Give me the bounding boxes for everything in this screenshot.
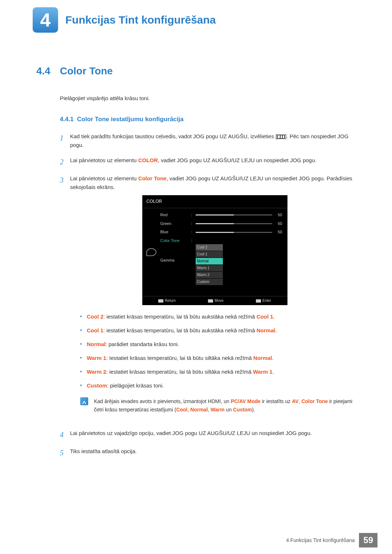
step-4: 4 Lai pārvietotos uz vajadzīgo opciju, v… — [60, 429, 359, 440]
option-cool1: Cool 1: iestatiet krāsas temperatūru, la… — [80, 326, 359, 335]
osd-footer-enter: Enter — [256, 298, 271, 304]
step-text: Kad tiek parādīts funkcijas taustiņu ceļ… — [70, 133, 277, 139]
option-text: : Iestatiet krāsas temperatūru, lai tā b… — [106, 355, 253, 361]
chapter-title: Funkcijas Tint konfigurēšana — [65, 14, 216, 26]
step-3: 3 Lai pārvietotos uz elementu Color Tone… — [60, 174, 359, 422]
osd-menu: COLOR Red : 50 Green : — [142, 195, 287, 305]
page-number: 59 — [359, 533, 377, 547]
option-name: Warm 2 — [87, 369, 106, 375]
osd-row-green: Green : 50 — [160, 221, 282, 227]
palette-icon — [146, 248, 156, 256]
option-text: : iestatiet krāsas temperatūru, lai tā b… — [106, 369, 253, 375]
osd-title: COLOR — [142, 195, 287, 208]
option-name: Warm 1 — [87, 355, 106, 361]
keyword-color-tone: Color Tone — [138, 175, 167, 181]
section-number: 4.4 — [36, 65, 60, 77]
step-number: 1 — [60, 132, 70, 149]
option-normal: Normal: parādiet standarta krāsu toni. — [80, 340, 359, 349]
osd-footer-return: Return — [158, 298, 176, 304]
osd-row-color-tone: Color Tone : — [160, 238, 282, 244]
osd-row-red: Red : 50 — [160, 212, 282, 218]
step-text: Tiks iestatīta atlasītā opcija. — [70, 447, 359, 459]
option-ref: Normal — [257, 327, 275, 333]
keyword-color: COLOR — [138, 157, 158, 163]
page-header: 4 Funkcijas Tint konfigurēšana — [0, 0, 392, 33]
osd-slider — [196, 223, 272, 224]
osd-slider — [196, 232, 272, 233]
footer-chapter-ref: 4 Funkcijas Tint konfigurēšana — [286, 537, 355, 543]
keyword-av: AV — [292, 398, 298, 404]
section-title: Color Tone — [60, 65, 113, 77]
info-note: Kad ārējais ievades avots ir pievienots,… — [80, 397, 359, 414]
option-text: : iestatiet krāsas temperatūru, lai tā b… — [103, 327, 257, 333]
osd-label: Blue — [160, 229, 191, 235]
option-text: : iestatiet krāsas temperatūru, lai tā b… — [103, 313, 257, 320]
option-ref: Warm 1 — [253, 369, 273, 375]
osd-label-selected: Color Tone — [160, 238, 191, 244]
step-text: Lai pārvietotos uz elementu — [70, 175, 138, 181]
osd-option: Cool 2 — [196, 244, 223, 251]
osd-value: 50 — [272, 229, 282, 235]
osd-label: Green — [160, 221, 191, 227]
option-text: : pielāgojiet krāsas toni. — [107, 382, 164, 389]
menu-icon — [277, 135, 285, 139]
osd-footer: Return Move Enter — [142, 296, 287, 304]
subsection-heading: 4.4.1 Color Tone iestatījumu konfigurāci… — [60, 116, 359, 123]
step-2: 2 Lai pārvietotos uz elementu COLOR, vad… — [60, 156, 359, 168]
option-text: : parādiet standarta krāsu toni. — [106, 341, 179, 347]
step-5: 5 Tiks iestatīta atlasītā opcija. — [60, 447, 359, 459]
osd-label: Gamma — [160, 257, 191, 264]
chapter-number-badge: 4 — [33, 7, 58, 33]
step-number: 5 — [60, 447, 70, 459]
step-text: Lai pārvietotos uz vajadzīgo opciju, vad… — [70, 429, 359, 440]
osd-row-blue: Blue : 50 — [160, 229, 282, 235]
osd-slider — [196, 214, 272, 216]
keyword-pcav: PC/AV Mode — [231, 398, 261, 404]
subsection-number: 4.4.1 — [60, 116, 74, 123]
option-name: Cool 1 — [87, 327, 103, 333]
option-name: Cool 2 — [87, 313, 103, 320]
step-number: 2 — [60, 156, 70, 168]
section-heading: 4.4 Color Tone — [36, 65, 359, 77]
step-text: , vadiet JOG pogu UZ AUGŠU/UZ LEJU un no… — [158, 157, 317, 163]
bullet-icon — [80, 357, 82, 358]
option-name: Custom — [87, 382, 107, 389]
page-content: 4.4 Color Tone Pielāgojiet vispārējo att… — [0, 33, 392, 459]
subsection-title: Color Tone iestatījumu konfigurācija — [77, 116, 183, 123]
page-footer: 4 Funkcijas Tint konfigurēšana 59 — [286, 533, 377, 547]
osd-label: Red — [160, 212, 191, 218]
osd-value: 50 — [272, 221, 282, 227]
option-ref: Cool 1 — [257, 313, 273, 320]
bullet-icon — [80, 371, 82, 372]
osd-option: Cool 1 — [196, 251, 223, 258]
option-warm2: Warm 2: iestatiet krāsas temperatūru, la… — [80, 368, 359, 376]
bullet-icon — [80, 329, 82, 331]
note-icon — [80, 397, 88, 405]
section-intro: Pielāgojiet vispārējo attēla krāsu toni. — [60, 95, 359, 101]
bullet-icon — [80, 343, 82, 345]
step-number: 3 — [60, 174, 70, 422]
bullet-icon — [80, 385, 82, 386]
step-1: 1 Kad tiek parādīts funkcijas taustiņu c… — [60, 132, 359, 149]
keyword-color-tone: Color Tone — [301, 398, 328, 404]
option-cool2: Cool 2: iestatiet krāsas temperatūru, la… — [80, 312, 359, 321]
option-name: Normal — [87, 341, 106, 347]
option-custom: Custom: pielāgojiet krāsas toni. — [80, 381, 359, 390]
step-number: 4 — [60, 429, 70, 440]
osd-row-gamma: Gamma — [160, 257, 282, 264]
osd-value: 50 — [272, 212, 282, 218]
osd-footer-move: Move — [208, 298, 223, 304]
bullet-icon — [80, 316, 82, 317]
option-warm1: Warm 1: Iestatiet krāsas temperatūru, la… — [80, 354, 359, 362]
option-ref: Normal — [253, 355, 272, 361]
step-text: Lai pārvietotos uz elementu — [70, 157, 138, 163]
